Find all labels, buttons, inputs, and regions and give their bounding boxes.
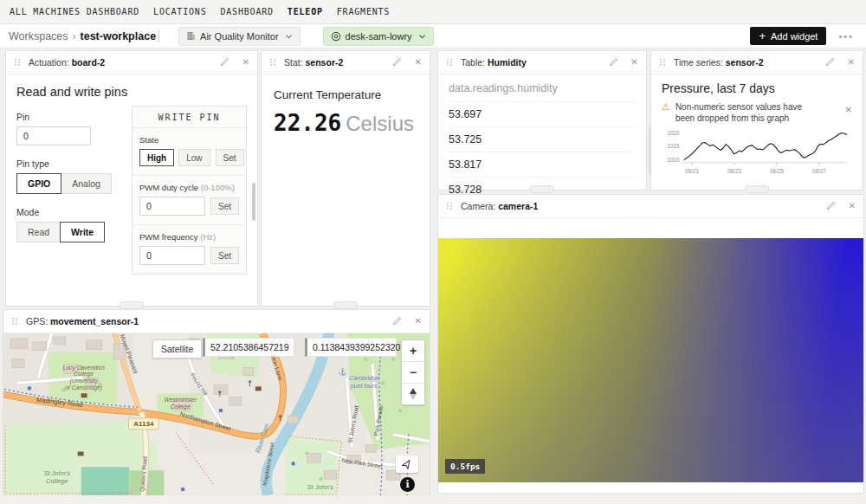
location-picker[interactable]: Air Quality Monitor: [178, 27, 300, 46]
column-header: data.readings.humidity: [449, 74, 636, 101]
table-row: 53.725: [449, 126, 636, 152]
navigation-arrow-icon: [402, 459, 412, 469]
widget-gps: GPS: movement_sensor-1 ✕: [3, 309, 430, 495]
close-icon[interactable]: ✕: [848, 58, 855, 67]
drag-handle-icon[interactable]: [14, 58, 21, 67]
edit-pencil-icon[interactable]: [825, 57, 835, 68]
chart-title: Pressure, last 7 days: [662, 81, 852, 95]
widget-name: sensor-2: [306, 57, 344, 68]
nav-locations[interactable]: LOCATIONS: [153, 7, 206, 16]
nav-dashboard[interactable]: DASHBOARD: [220, 7, 273, 16]
warning-text: Non-numeric sensor values have been drop…: [675, 101, 814, 124]
pwm-frequency-unit: (Hz): [200, 232, 216, 242]
map-canvas[interactable]: † † † ⚓ Madingley Road A1134 Mount Pleas…: [3, 333, 430, 495]
edit-pencil-icon[interactable]: [220, 57, 229, 68]
pin-input[interactable]: 0: [16, 126, 91, 145]
actuation-heading: Read and write pins: [16, 85, 247, 99]
satellite-toggle-button[interactable]: Satellite: [152, 339, 202, 359]
write-pin-heading: WRITE PIN: [132, 107, 246, 128]
timeseries-body: Pressure, last 7 days ⚠ Non-numeric sens…: [651, 74, 863, 178]
write-pin-panel: WRITE PIN State High Low Set PWM duty cy…: [132, 106, 247, 275]
church-icon: †: [278, 413, 283, 423]
drag-handle-icon[interactable]: [659, 58, 666, 67]
drag-handle-icon[interactable]: [11, 317, 18, 326]
drag-handle-icon[interactable]: [446, 58, 453, 67]
nav-teleop[interactable]: TELEOP: [288, 7, 323, 16]
add-widget-label: Add widget: [771, 31, 818, 42]
svg-text:1010: 1010: [667, 157, 680, 163]
close-icon[interactable]: ✕: [415, 317, 422, 326]
close-icon[interactable]: ✕: [631, 58, 638, 67]
widget-actuation: Actuation: board-2 ✕ Read and write pins…: [5, 50, 258, 307]
drag-handle-icon[interactable]: [446, 202, 453, 210]
pin-type-analog-button[interactable]: Analog: [61, 173, 112, 194]
widget-type-label: Camera:: [461, 201, 495, 211]
stat-label: Current Temperature: [274, 88, 417, 101]
map-container: † † † ⚓ Madingley Road A1134 Mount Pleas…: [3, 333, 430, 495]
info-icon[interactable]: i: [400, 477, 415, 492]
widget-name: camera-1: [498, 201, 538, 211]
pwm-frequency-label: PWM frequency: [139, 232, 198, 242]
longitude-input[interactable]: 0.11384393992523201: [305, 338, 397, 357]
pwm-duty-set-button[interactable]: Set: [210, 197, 239, 215]
widget-type-label: Table:: [461, 57, 485, 68]
warning-banner: ⚠ Non-numeric sensor values have been dr…: [662, 101, 852, 124]
compass-button[interactable]: [402, 383, 424, 404]
state-low-button[interactable]: Low: [178, 149, 210, 166]
widget-type-label: GPS:: [26, 316, 48, 326]
state-set-button[interactable]: Set: [216, 149, 244, 166]
church-icon: †: [248, 378, 253, 388]
zoom-in-button[interactable]: +: [402, 340, 424, 361]
warning-dismiss-icon[interactable]: ✕: [845, 101, 852, 114]
close-icon[interactable]: ✕: [415, 58, 422, 67]
nav-fragments[interactable]: FRAGMENTS: [337, 7, 390, 16]
workspace-name-caret: [158, 29, 159, 42]
anchor-icon: ⚓: [338, 368, 346, 377]
mode-write-button[interactable]: Write: [60, 222, 105, 242]
edit-pencil-icon[interactable]: [392, 316, 402, 327]
resize-handle[interactable]: [745, 185, 769, 193]
close-icon[interactable]: ✕: [242, 58, 249, 67]
mode-read-button[interactable]: Read: [16, 222, 61, 242]
map-label-punt-tours: Cambridgepunt tours: [349, 375, 378, 390]
drag-handle-icon[interactable]: [269, 58, 276, 67]
edit-pencil-icon[interactable]: [392, 57, 402, 68]
table-row: 53.817: [449, 152, 636, 177]
widget-header: Actuation: board-2 ✕: [6, 51, 257, 74]
add-widget-button[interactable]: + Add widget: [750, 27, 826, 45]
resize-handle[interactable]: [530, 185, 554, 193]
scrollbar-thumb[interactable]: [252, 183, 255, 221]
edit-pencil-icon[interactable]: [826, 201, 836, 212]
map-label-st-johns: St John's: [307, 483, 334, 491]
machine-icon: [331, 31, 341, 42]
machine-picker-label: desk-sam-lowry: [346, 31, 412, 42]
actuation-body: Read and write pins Pin 0 Pin type GPIO …: [6, 74, 257, 307]
svg-text:1015: 1015: [667, 143, 680, 149]
latitude-input[interactable]: 52.2105386457219: [203, 338, 294, 357]
state-high-button[interactable]: High: [139, 149, 174, 166]
zoom-out-button[interactable]: −: [402, 361, 424, 383]
breadcrumb-workspaces[interactable]: Workspaces: [9, 30, 68, 42]
table-body: data.readings.humidity 53.697 53.725 53.…: [438, 74, 646, 202]
widget-type-label: Stat:: [284, 57, 303, 68]
locate-button[interactable]: [396, 456, 418, 473]
pwm-duty-input[interactable]: 0: [139, 197, 205, 216]
pwm-frequency-input[interactable]: 0: [139, 246, 205, 265]
widget-name: board-2: [72, 57, 106, 68]
pressure-chart: 10101015102006/2106/2306/2506/27: [662, 125, 854, 178]
svg-text:06/27: 06/27: [812, 168, 826, 174]
pwm-frequency-set-button[interactable]: Set: [210, 247, 239, 264]
table-row: 53.697: [449, 101, 636, 126]
edit-pencil-icon[interactable]: [609, 57, 618, 68]
resize-handle[interactable]: [120, 301, 144, 309]
resize-handle[interactable]: [333, 301, 358, 309]
pin-type-gpio-button[interactable]: GPIO: [16, 173, 61, 194]
nav-all-machines-dashboard[interactable]: ALL MACHINES DASHBOARD: [10, 7, 139, 16]
workspace-name-input[interactable]: test-workplace: [81, 30, 157, 42]
widget-timeseries: Time series: sensor-2 ✕ Pressure, last 7…: [650, 50, 863, 191]
svg-text:06/23: 06/23: [727, 168, 741, 174]
stat-unit: Celsius: [346, 112, 414, 135]
more-menu-button[interactable]: •••: [838, 31, 854, 42]
machine-picker[interactable]: desk-sam-lowry: [323, 27, 434, 46]
close-icon[interactable]: ✕: [849, 202, 856, 210]
